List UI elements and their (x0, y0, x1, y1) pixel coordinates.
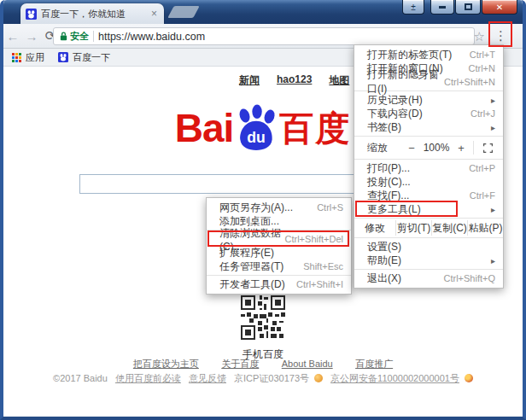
bookmark-star-icon[interactable]: ☆ (474, 29, 485, 44)
menu-item-cast[interactable]: 投射(C)... (354, 175, 503, 189)
baidu-favicon-icon (26, 9, 37, 20)
close-icon: ✕ (496, 3, 503, 12)
submenu-item-extensions[interactable]: 扩展程序(E) (207, 246, 351, 260)
menu-item-new-tab[interactable]: 打开新的标签页(T) Ctrl+T (354, 48, 503, 61)
footer-link-promotion[interactable]: 百度推广 (355, 359, 393, 369)
icp-badge-icon (314, 374, 323, 382)
menu-item-help[interactable]: 帮助(E) ▸ (354, 254, 503, 267)
svg-text:du: du (248, 129, 266, 146)
menu-item-settings[interactable]: 设置(S) (354, 240, 503, 254)
menu-item-label: 网页另存为(A)... (219, 201, 293, 215)
logo-text-bai: Bai (175, 105, 234, 151)
menu-item-label: 书签(B) (367, 120, 401, 135)
menu-item-find[interactable]: 查找(F)... Ctrl+F (354, 189, 503, 202)
menu-item-downloads[interactable]: 下载内容(D) Ctrl+J (354, 107, 503, 120)
address-bar[interactable]: 安全 https://www.baidu.com (53, 27, 475, 45)
browser-window: 百度一下，你就知道 × ± ✕ ← → ⟳ 安全 https://www.bai… (0, 0, 526, 420)
footer-link-must-read[interactable]: 使用百度前必读 (115, 373, 181, 383)
menu-item-shortcut: Ctrl+P (469, 163, 495, 173)
nav-link-map[interactable]: 地图 (329, 73, 349, 88)
fullscreen-icon (483, 143, 493, 153)
zoom-out-button[interactable]: − (403, 142, 420, 155)
copy-button[interactable]: 复制(C) (431, 220, 467, 236)
footer-info: ©2017 Baidu 使用百度前必读 意见反馈 京ICP证030173号 京公… (3, 372, 523, 385)
window-controls: ± ✕ (402, 0, 517, 15)
baidu-favicon-icon (58, 52, 68, 62)
cut-button[interactable]: 剪切(T) (395, 220, 431, 236)
menu-item-label: 打印(P)... (367, 161, 410, 176)
apps-grid-icon (12, 53, 21, 62)
edit-label: 修改 (354, 220, 395, 236)
nav-link-news[interactable]: 新闻 (239, 73, 260, 88)
zoom-value: 100% (420, 142, 453, 154)
title-bar: 百度一下，你就知道 × ± ✕ (3, 0, 523, 24)
menu-item-label: 更多工具(L) (367, 202, 421, 217)
minimize-icon (439, 6, 446, 9)
menu-item-label: 任务管理器(T) (219, 260, 283, 274)
maximize-button[interactable] (455, 0, 481, 15)
menu-item-shortcut: Ctrl+Shift+I (296, 279, 343, 289)
forward-button[interactable]: → (22, 29, 41, 44)
zoom-divider (473, 141, 474, 155)
footer-link-set-homepage[interactable]: 把百度设为主页 (133, 359, 199, 369)
menu-item-shortcut: Ctrl+S (317, 202, 343, 213)
back-icon: ← (7, 29, 20, 44)
menu-item-shortcut: Ctrl+Shift+Q (443, 273, 495, 283)
fullscreen-button[interactable] (477, 143, 498, 153)
submenu-item-task-manager[interactable]: 任务管理器(T) Shift+Esc (207, 260, 351, 273)
menu-item-exit[interactable]: 退出(X) Ctrl+Shift+Q (354, 271, 503, 285)
zoom-label: 缩放 (367, 141, 403, 155)
beian-badge-icon (465, 374, 473, 382)
menu-separator (354, 159, 503, 160)
footer-link-feedback[interactable]: 意见反馈 (189, 373, 226, 383)
nav-link-hao123[interactable]: hao123 (277, 73, 312, 88)
menu-item-bookmarks[interactable]: 书签(B) ▸ (354, 120, 503, 134)
back-button[interactable]: ← (3, 29, 22, 44)
menu-item-label: 下载内容(D) (367, 107, 423, 121)
submenu-arrow-icon: ▸ (491, 205, 495, 214)
more-tools-submenu: 网页另存为(A)... Ctrl+S 添加到桌面... 清除浏览数据(C)...… (206, 197, 352, 295)
maximize-icon (465, 3, 472, 10)
menu-item-label: 历史记录(H) (367, 93, 423, 108)
new-tab-button[interactable] (167, 6, 199, 18)
browser-tab[interactable]: 百度一下，你就知道 × (20, 3, 164, 24)
menu-item-history[interactable]: 历史记录(H) ▸ (354, 93, 503, 107)
menu-separator (354, 237, 503, 238)
footer-link-about-en[interactable]: About Baidu (282, 359, 333, 369)
menu-separator (354, 218, 503, 219)
minimize-button[interactable] (430, 0, 454, 15)
bookmark-item-baidu[interactable]: 百度一下 (58, 51, 110, 64)
icp-text: 京ICP证030173号 (234, 373, 309, 383)
menu-item-more-tools[interactable]: 更多工具(L) ▸ (354, 202, 503, 216)
copyright-text: ©2017 Baidu (53, 373, 108, 383)
close-button[interactable]: ✕ (482, 0, 517, 15)
tab-close-icon[interactable]: × (149, 8, 159, 20)
menu-dots-icon[interactable]: ⋮ (494, 27, 507, 44)
menu-item-incognito[interactable]: 打开新的隐身窗口(I) Ctrl+Shift+N (354, 75, 503, 89)
menu-item-shortcut: Ctrl+J (470, 108, 495, 119)
menu-separator (354, 269, 503, 270)
menu-separator (354, 136, 503, 137)
paste-button[interactable]: 粘贴(P) (467, 220, 503, 236)
menu-item-label: 帮助(E) (367, 254, 401, 268)
menu-item-shortcut: Shift+Esc (303, 261, 343, 271)
zoom-in-button[interactable]: + (453, 142, 470, 155)
bookmark-label: 百度一下 (73, 51, 110, 64)
footer-link-about-cn[interactable]: 关于百度 (221, 359, 259, 369)
submenu-arrow-icon: ▸ (491, 96, 495, 105)
menu-separator (207, 275, 351, 276)
submenu-item-save-page[interactable]: 网页另存为(A)... Ctrl+S (207, 201, 351, 214)
menu-item-shortcut: Ctrl+F (470, 190, 495, 201)
submenu-item-dev-tools[interactable]: 开发者工具(D) Ctrl+Shift+I (207, 277, 351, 291)
apps-shortcut[interactable]: 应用 (12, 51, 44, 64)
menu-item-zoom: 缩放 − 100% + (354, 138, 503, 157)
beian-text[interactable]: 京公网安备11000002000001号 (330, 373, 459, 383)
menu-item-label: 投射(C)... (367, 175, 411, 190)
menu-item-label: 退出(X) (367, 271, 401, 286)
menu-item-label: 打开新的标签页(T) (367, 48, 452, 62)
security-chip[interactable]: 安全 (60, 30, 89, 43)
menu-item-edit: 修改 剪切(T) 复制(C) 粘贴(P) (354, 220, 503, 236)
submenu-item-clear-data[interactable]: 清除浏览数据(C)... Ctrl+Shift+Del (207, 232, 351, 246)
menu-item-print[interactable]: 打印(P)... Ctrl+P (354, 161, 503, 175)
pin-button[interactable]: ± (402, 0, 424, 15)
